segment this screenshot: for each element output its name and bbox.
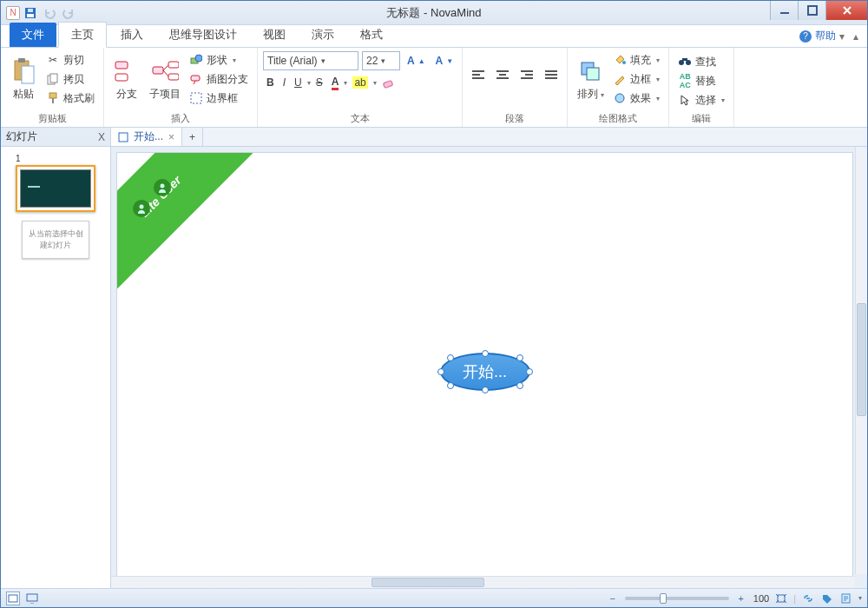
scrollbar-thumb[interactable] <box>857 303 866 416</box>
svg-rect-1 <box>27 14 34 17</box>
resize-handle[interactable] <box>516 382 523 389</box>
select-button[interactable]: 选择▾ <box>674 91 728 109</box>
border-button[interactable]: 边界框 <box>186 89 252 107</box>
shape-button[interactable]: 形状▾ <box>186 51 252 69</box>
resize-handle[interactable] <box>447 354 454 361</box>
zoom-knob[interactable] <box>660 593 667 604</box>
resize-handle[interactable] <box>482 350 489 357</box>
group-label-editing: 编辑 <box>674 110 728 127</box>
status-bar: − + 100 | ▾ <box>1 588 867 607</box>
paste-button[interactable]: 粘贴 <box>6 56 41 103</box>
canvas[interactable]: Lite User 开始... <box>116 152 853 581</box>
note-icon[interactable] <box>839 591 853 605</box>
resize-handle[interactable] <box>447 382 454 389</box>
tag-icon[interactable] <box>820 591 834 605</box>
zoom-in-button[interactable]: + <box>734 591 748 605</box>
minimize-ribbon-icon[interactable]: ▴ <box>853 30 858 43</box>
link-icon[interactable] <box>801 591 815 605</box>
underline-button[interactable]: U <box>291 74 306 91</box>
chevron-down-icon: ▾ <box>656 56 660 64</box>
slide-number: 1 <box>16 154 95 163</box>
zoom-out-button[interactable]: − <box>606 591 620 605</box>
work-area: 1 从当前选择中创建幻灯片 Lite User 开始... <box>1 147 867 588</box>
align-left-button[interactable] <box>468 67 489 84</box>
svg-rect-3 <box>780 12 789 14</box>
tab-design[interactable]: 思维导图设计 <box>157 23 249 47</box>
tab-home[interactable]: 主页 <box>58 22 107 48</box>
subtopic-button[interactable]: 分支 <box>109 56 144 103</box>
resize-handle[interactable] <box>482 387 489 393</box>
close-tab-button[interactable]: × <box>168 131 174 143</box>
tab-view[interactable]: 视图 <box>251 23 298 47</box>
window-title: 无标题 - NovaMind <box>1 5 867 21</box>
maximize-button[interactable] <box>798 1 825 20</box>
redo-button[interactable] <box>60 4 77 22</box>
svg-rect-2 <box>28 9 33 12</box>
cut-button[interactable]: ✂剪切 <box>43 51 98 69</box>
view-normal-button[interactable] <box>6 591 20 605</box>
slide-thumb-1[interactable]: 1 <box>16 154 95 212</box>
resize-handle[interactable] <box>526 368 533 375</box>
help-button[interactable]: ? 帮助 ▾ ▴ <box>799 29 858 43</box>
resize-handle[interactable] <box>516 354 523 361</box>
callout-button[interactable]: 插图分支 <box>186 70 252 88</box>
highlight-button[interactable]: ab <box>349 74 371 91</box>
align-justify-button[interactable] <box>541 67 562 84</box>
align-right-button[interactable] <box>516 67 537 84</box>
chevron-down-icon: ▾ <box>839 30 845 43</box>
cursor-icon <box>678 93 692 107</box>
font-name-combo[interactable]: Title (Arial)▾ <box>263 51 358 70</box>
view-present-button[interactable] <box>25 591 39 605</box>
minimize-button[interactable] <box>770 1 798 20</box>
fill-button[interactable]: 填充▾ <box>609 51 663 69</box>
undo-button[interactable] <box>41 4 58 22</box>
svg-rect-23 <box>587 68 599 80</box>
svg-rect-34 <box>778 595 785 602</box>
new-slide-hint[interactable]: 从当前选择中创建幻灯片 <box>22 221 89 259</box>
tab-format[interactable]: 格式 <box>348 23 395 47</box>
horizontal-scrollbar[interactable] <box>111 576 855 588</box>
save-button[interactable] <box>22 4 39 22</box>
arrange-button[interactable]: 排列 ▾ <box>573 56 608 103</box>
tab-insert[interactable]: 插入 <box>108 23 155 47</box>
strike-button[interactable]: S <box>312 74 326 91</box>
copy-button[interactable]: 拷贝 <box>43 70 98 88</box>
effects-button[interactable]: 效果▾ <box>609 89 663 107</box>
callout-icon <box>189 72 203 86</box>
replace-button[interactable]: ABAC替换 <box>674 72 728 89</box>
close-panel-button[interactable]: X <box>98 131 105 143</box>
group-label-drawing: 绘图格式 <box>573 110 663 127</box>
svg-rect-33 <box>27 594 37 601</box>
font-color-button[interactable]: A <box>328 74 343 91</box>
svg-rect-19 <box>191 76 200 81</box>
zoom-slider[interactable] <box>625 597 729 600</box>
group-insert: 分支 子项目 形状▾ 插图分支 边界框 插入 <box>104 48 258 127</box>
outline-button[interactable]: 边框▾ <box>609 70 663 88</box>
font-size-combo[interactable]: 22▾ <box>362 51 400 70</box>
svg-rect-13 <box>115 74 128 81</box>
tab-file[interactable]: 文件 <box>10 23 56 47</box>
find-button[interactable]: 查找 <box>674 53 728 70</box>
scrollbar-thumb[interactable] <box>372 578 484 587</box>
align-center-button[interactable] <box>492 67 513 84</box>
document-tab[interactable]: 开始... × <box>111 128 182 146</box>
group-drawing: 排列 ▾ 填充▾ 边框▾ 效果▾ 绘图格式 <box>568 48 669 127</box>
svg-point-30 <box>161 184 165 188</box>
shrink-font-button[interactable]: A▼ <box>432 52 457 69</box>
clear-format-button[interactable] <box>378 74 398 91</box>
close-button[interactable] <box>825 1 867 20</box>
svg-rect-9 <box>50 74 57 83</box>
new-tab-button[interactable]: + <box>182 128 203 146</box>
vertical-scrollbar[interactable] <box>855 147 867 574</box>
fit-page-button[interactable] <box>774 591 788 605</box>
grow-font-button[interactable]: A▲ <box>404 52 429 69</box>
italic-button[interactable]: I <box>279 74 289 91</box>
chevron-down-icon: ▾ <box>321 56 326 65</box>
bold-button[interactable]: B <box>263 74 278 91</box>
user-icon <box>133 200 150 217</box>
child-button[interactable]: 子项目 <box>146 56 184 103</box>
tab-present[interactable]: 演示 <box>299 23 346 47</box>
resize-handle[interactable] <box>437 368 444 375</box>
root-node[interactable]: 开始... <box>440 353 530 391</box>
format-painter-button[interactable]: 格式刷 <box>43 89 98 107</box>
